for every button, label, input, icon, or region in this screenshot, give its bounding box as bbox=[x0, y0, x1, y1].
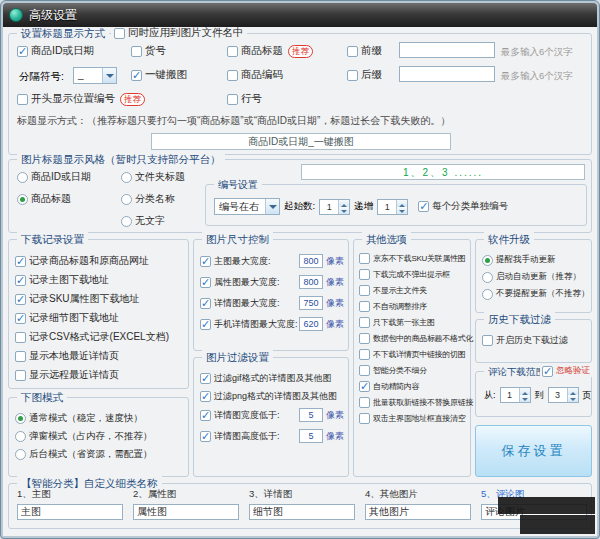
checkbox-attr-max-width[interactable]: 属性图最大宽度: bbox=[200, 276, 299, 289]
checkbox-ignore-verification[interactable]: 忽略验证 bbox=[540, 365, 592, 377]
numbering-position-dropdown[interactable]: 编号在右 bbox=[214, 198, 280, 215]
increment-stepper[interactable] bbox=[377, 199, 408, 215]
radio-style-category-name[interactable]: 分类名称 bbox=[121, 192, 175, 206]
dialog-body: 设置标题显示方式 同时应用到图片文件名中 商品ID或日期 货号 商品标题 推荐 bbox=[3, 27, 597, 536]
checkbox-smart-category-no-subdivide[interactable]: 智能分类不细分 bbox=[359, 365, 468, 376]
checkbox-position-number[interactable]: 开头显示位置编号 推荐 bbox=[17, 92, 145, 106]
spin-up-icon[interactable] bbox=[520, 388, 530, 395]
checkbox-record-title-and-url[interactable]: 记录商品标题和原商品网址 bbox=[15, 254, 184, 268]
checkbox-auto-simplify-content[interactable]: 自动精简内容 bbox=[359, 381, 468, 392]
checkbox-glyph bbox=[359, 333, 370, 344]
radio-background-mode[interactable]: 后台模式（省资源，需配置） bbox=[15, 448, 184, 461]
radio-style-id-date[interactable]: 商品ID或日期 bbox=[17, 170, 91, 184]
checkbox-double-click-clear-address[interactable]: 双击主界面地址框直接清空 bbox=[359, 413, 468, 424]
spin-down-icon[interactable] bbox=[568, 395, 578, 402]
detail-height-below-input[interactable] bbox=[299, 429, 323, 443]
radio-popup-mode[interactable]: 弹窗模式（占内存，不推荐） bbox=[15, 430, 184, 443]
group-image-filter: 图片过滤设置 过滤gif格式的详情图及其他图 过滤png格式的详情图及其他图 详… bbox=[193, 357, 349, 477]
checkbox-item-number[interactable]: 货号 bbox=[131, 44, 166, 58]
category-other-input[interactable] bbox=[365, 504, 471, 520]
checkbox-no-auto-sort[interactable]: 不自动调整排序 bbox=[359, 301, 468, 312]
checkbox-detail-height-below[interactable]: 详情图高度低于: bbox=[200, 430, 299, 443]
spin-down-icon[interactable] bbox=[339, 207, 349, 214]
radio-glyph bbox=[15, 413, 26, 424]
checkbox-show-local-detail-page[interactable]: 显示本地最近详情页 bbox=[15, 349, 184, 363]
checkbox-record-sku-image-url[interactable]: 记录SKU属性图下载地址 bbox=[15, 292, 184, 306]
prefix-input[interactable] bbox=[399, 42, 495, 58]
start-number-input[interactable] bbox=[320, 200, 338, 214]
checkbox-no-linked-slices[interactable]: 不下载详情页中链接的切图 bbox=[359, 349, 468, 360]
checkbox-no-format-datapack-title[interactable]: 数据包中的商品标题不格式化 bbox=[359, 333, 468, 344]
from-page-stepper[interactable] bbox=[500, 387, 531, 403]
suffix-input[interactable] bbox=[399, 66, 495, 82]
save-settings-button[interactable]: 保存设置 bbox=[475, 425, 592, 477]
spin-down-icon[interactable] bbox=[520, 395, 530, 402]
checkbox-label: 前缀 bbox=[361, 44, 382, 58]
checkbox-per-category-numbering[interactable]: 每个分类单独编号 bbox=[418, 200, 508, 213]
checkbox-no-finish-prompt[interactable]: 下载完成不弹出提示框 bbox=[359, 269, 468, 280]
checkbox-apply-to-filename[interactable]: 同时应用到图片文件名中 bbox=[111, 27, 247, 40]
checkbox-line-number[interactable]: 行号 bbox=[227, 92, 262, 106]
checkbox-product-title[interactable]: 商品标题 推荐 bbox=[227, 44, 313, 58]
checkbox-mobile-detail-max-width[interactable]: 手机详情图最大宽度: bbox=[200, 318, 299, 331]
checkbox-batch-links-no-replace[interactable]: 批量获取新链接不替换原链接 bbox=[359, 397, 468, 408]
attr-max-width-input[interactable] bbox=[299, 275, 323, 289]
checkbox-label: 忽略验证 bbox=[556, 365, 590, 377]
checkbox-glyph bbox=[200, 373, 211, 384]
spin-down-icon[interactable] bbox=[397, 207, 407, 214]
checkbox-only-first-main-image[interactable]: 只下载第一张主图 bbox=[359, 317, 468, 328]
checkbox-label: 京东不下载SKU关联属性图 bbox=[373, 253, 466, 264]
separator-dropdown[interactable]: _ bbox=[73, 67, 117, 84]
category-attr-input[interactable] bbox=[133, 504, 239, 520]
radio-no-update-reminder[interactable]: 不要提醒更新（不推荐） bbox=[482, 288, 587, 300]
checkbox-prefix[interactable]: 前缀 bbox=[347, 44, 382, 58]
radio-auto-update[interactable]: 启动自动更新（推荐） bbox=[482, 271, 587, 283]
checkbox-main-max-width[interactable]: 主图最大宽度: bbox=[200, 255, 299, 268]
checkbox-product-id-or-date[interactable]: 商品ID或日期 bbox=[17, 44, 94, 58]
checkbox-glyph bbox=[15, 313, 26, 324]
radio-glyph bbox=[121, 216, 132, 227]
chevron-down-icon[interactable] bbox=[102, 68, 116, 83]
checkbox-label: 记录SKU属性图下载地址 bbox=[29, 292, 140, 306]
radio-style-folder-title[interactable]: 文件夹标题 bbox=[121, 170, 185, 184]
radio-style-no-text[interactable]: 无文字 bbox=[121, 214, 165, 228]
checkbox-filter-png[interactable]: 过滤png格式的详情图及其他图 bbox=[200, 390, 344, 403]
group-title: 图片尺寸控制 bbox=[202, 232, 273, 247]
checkbox-record-detail-image-url[interactable]: 记录细节图下载地址 bbox=[15, 311, 184, 325]
category-main-input[interactable] bbox=[17, 504, 123, 520]
to-page-stepper[interactable] bbox=[548, 387, 579, 403]
main-max-width-input[interactable] bbox=[299, 254, 323, 268]
checkbox-enable-history-filter[interactable]: 开启历史下载过滤 bbox=[482, 334, 589, 347]
checkbox-record-main-image-url[interactable]: 记录主图下载地址 bbox=[15, 273, 184, 287]
spin-up-icon[interactable] bbox=[397, 200, 407, 207]
to-page-input[interactable] bbox=[549, 388, 567, 402]
detail-width-below-input[interactable] bbox=[299, 408, 323, 422]
checkbox-record-csv[interactable]: 记录CSV格式记录(EXCEL文档) bbox=[15, 330, 184, 344]
group-title: 图片过滤设置 bbox=[202, 350, 273, 365]
spin-up-icon[interactable] bbox=[568, 388, 578, 395]
detail-max-width-input[interactable] bbox=[299, 296, 323, 310]
mobile-detail-max-width-input[interactable] bbox=[299, 317, 323, 331]
radio-style-product-title[interactable]: 商品标题 bbox=[17, 192, 71, 206]
checkbox-product-code[interactable]: 商品编码 bbox=[227, 68, 283, 82]
checkbox-hide-main-folder[interactable]: 不显示主文件夹 bbox=[359, 285, 468, 296]
increment-input[interactable] bbox=[378, 200, 396, 214]
checkbox-glyph bbox=[15, 351, 26, 362]
checkbox-detail-max-width[interactable]: 详情图最大宽度: bbox=[200, 297, 299, 310]
from-page-input[interactable] bbox=[501, 388, 519, 402]
checkbox-filter-gif[interactable]: 过滤gif格式的详情图及其他图 bbox=[200, 372, 344, 385]
checkbox-suffix[interactable]: 后缀 bbox=[347, 68, 382, 82]
spin-up-icon[interactable] bbox=[339, 200, 349, 207]
radio-normal-mode[interactable]: 通常模式（稳定，速度快） bbox=[15, 412, 184, 425]
checkbox-one-key-move[interactable]: 一键搬图 bbox=[131, 68, 187, 82]
radio-manual-update[interactable]: 提醒我手动更新 bbox=[482, 254, 587, 266]
checkbox-show-remote-detail-page[interactable]: 显示远程最近详情页 bbox=[15, 368, 184, 382]
watermark-block bbox=[498, 497, 595, 514]
chevron-down-icon[interactable] bbox=[265, 199, 279, 214]
start-number-stepper[interactable] bbox=[319, 199, 350, 215]
checkbox-detail-width-below[interactable]: 详情图宽度低于: bbox=[200, 409, 299, 422]
checkbox-jd-no-sku-images[interactable]: 京东不下载SKU关联属性图 bbox=[359, 253, 468, 264]
category-detail-input[interactable] bbox=[249, 504, 355, 520]
category-label-other: 4、其他图片 bbox=[365, 488, 418, 501]
title-bar[interactable]: 高级设置 bbox=[3, 3, 597, 27]
